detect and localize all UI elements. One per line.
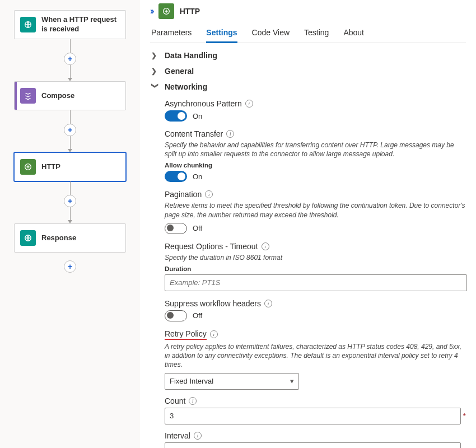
section-data-handling[interactable]: ❯ Data Handling [151, 48, 466, 63]
setting-pagination-title: Pagination [165, 190, 202, 199]
setting-async-title: Asynchronous Pattern [165, 99, 242, 108]
connector-line [70, 39, 71, 53]
tab-about[interactable]: About [343, 24, 364, 43]
setting-timeout-title: Request Options - Timeout [165, 242, 258, 251]
chevron-down-icon: ❯ [151, 83, 159, 91]
connector-line [70, 65, 71, 78]
info-icon[interactable]: i [210, 330, 218, 338]
http-request-icon [20, 17, 36, 32]
chevron-right-icon: ❯ [151, 67, 159, 75]
add-step-button[interactable]: + [64, 124, 76, 136]
flow-node-label: HTTP [41, 162, 60, 172]
timeout-desc: Specify the duration in ISO 8601 format [165, 253, 466, 262]
connector-line [70, 181, 71, 195]
toggle-state: Off [193, 224, 202, 232]
interval-label: Interval [165, 431, 190, 440]
compose-icon [20, 88, 36, 104]
pagination-desc: Retrieve items to meet the specified thr… [165, 201, 466, 219]
setting-suppress-title: Suppress workflow headers [165, 299, 261, 308]
duration-input[interactable] [165, 274, 467, 291]
chevron-right-icon: ❯ [151, 52, 159, 59]
section-networking[interactable]: ❯ Networking [151, 79, 466, 95]
flow-node-label: Response [41, 234, 76, 243]
collapse-panel-icon[interactable]: ›› [150, 6, 153, 16]
info-icon[interactable]: i [264, 300, 272, 307]
allow-chunking-toggle[interactable] [165, 171, 187, 182]
tab-testing[interactable]: Testing [304, 24, 329, 43]
flow-node-response[interactable]: Response [14, 223, 126, 253]
info-icon[interactable]: i [194, 432, 202, 440]
async-pattern-toggle[interactable] [165, 110, 187, 122]
retry-count-input[interactable] [165, 408, 461, 424]
connector-line [70, 110, 71, 124]
retry-interval-input[interactable] [165, 442, 461, 449]
section-label: General [165, 67, 194, 76]
workflow-canvas: When a HTTP request is received + Compos… [0, 0, 140, 448]
toggle-state: On [193, 112, 202, 120]
flow-node-trigger[interactable]: When a HTTP request is received [14, 10, 126, 39]
flow-node-label: When a HTTP request is received [41, 15, 120, 34]
retry-type-select[interactable]: Fixed Interval ▾ [165, 373, 299, 390]
info-icon[interactable]: i [226, 130, 234, 138]
tab-settings[interactable]: Settings [206, 24, 237, 43]
retry-desc: A retry policy applies to intermittent f… [165, 342, 466, 370]
pagination-toggle[interactable] [165, 223, 187, 234]
add-step-button[interactable]: + [64, 53, 76, 65]
suppress-headers-toggle[interactable] [165, 310, 187, 321]
chevron-down-icon: ▾ [290, 377, 294, 385]
panel-title: HTTP [180, 7, 200, 16]
count-label: Count [165, 396, 185, 405]
settings-panel: ›› HTTP Parameters Settings Code View Te… [140, 0, 476, 448]
tab-parameters[interactable]: Parameters [151, 24, 192, 43]
info-icon[interactable]: i [262, 242, 269, 250]
content-transfer-desc: Specify the behavior and capabilities fo… [165, 141, 466, 158]
response-icon [20, 230, 36, 246]
http-icon [20, 159, 36, 175]
section-general[interactable]: ❯ General [151, 63, 466, 79]
tab-code-view[interactable]: Code View [252, 24, 290, 43]
duration-label: Duration [165, 265, 466, 272]
info-icon[interactable]: i [205, 190, 213, 198]
flow-node-compose[interactable]: Compose [14, 81, 126, 110]
toggle-state: On [193, 172, 202, 181]
toggle-state: Off [193, 311, 202, 320]
setting-retry-title: Retry Policy [165, 329, 207, 340]
retry-type-value: Fixed Interval [170, 377, 213, 385]
required-indicator: * [463, 412, 466, 421]
add-step-button[interactable]: + [64, 260, 76, 273]
section-label: Data Handling [165, 51, 217, 60]
connector-line [70, 136, 71, 150]
info-icon[interactable]: i [245, 100, 253, 108]
allow-chunking-label: Allow chunking [165, 162, 466, 169]
flow-node-label: Compose [41, 91, 74, 101]
info-icon[interactable]: i [189, 397, 197, 405]
flow-node-http[interactable]: HTTP [14, 152, 126, 181]
section-label: Networking [165, 82, 207, 91]
compose-accent [15, 82, 17, 110]
add-step-button[interactable]: + [64, 195, 76, 207]
required-indicator: * [463, 446, 466, 449]
connector-line [70, 207, 71, 221]
panel-tabs: Parameters Settings Code View Testing Ab… [150, 24, 466, 43]
setting-content-transfer-title: Content Transfer [165, 129, 223, 138]
http-icon [158, 3, 174, 19]
